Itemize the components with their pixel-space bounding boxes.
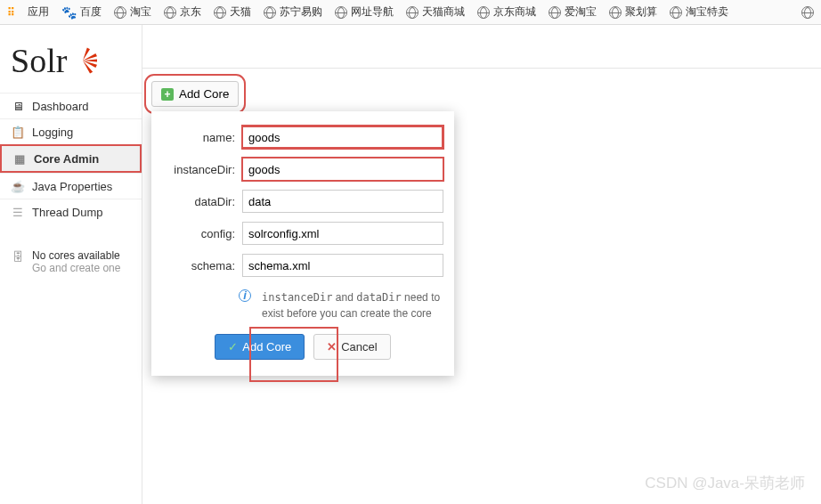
bookmark-suning[interactable]: 苏宁易购: [264, 4, 322, 20]
cancel-button[interactable]: ✕ Cancel: [313, 334, 390, 360]
watermark: CSDN @Java-呆萌老师: [645, 473, 805, 493]
bookmark-tmall[interactable]: 天猫: [214, 4, 251, 20]
schema-label: schema:: [162, 259, 242, 272]
bookmark-aitaobao[interactable]: 爱淘宝: [549, 4, 597, 20]
globe-icon: [609, 6, 622, 19]
bookmark-temai[interactable]: 淘宝特卖: [670, 4, 728, 20]
sidebar-item-logging[interactable]: 📋 Logging: [0, 118, 142, 144]
sidebar-item-label: Dashboard: [32, 100, 89, 113]
bookmark-jd[interactable]: 京东: [164, 4, 201, 20]
add-core-label: Add Core: [179, 87, 229, 101]
globe-icon: [670, 6, 682, 19]
apps-label: 应用: [28, 4, 49, 20]
database-icon: 🗄: [11, 249, 25, 264]
bookmark-baidu[interactable]: 🐾百度: [61, 4, 102, 20]
bookmark-nav[interactable]: 网址导航: [335, 4, 394, 20]
info-message: i instanceDir and dataDir need to exist …: [80, 286, 443, 334]
bookmark-taobao[interactable]: 淘宝: [114, 4, 151, 20]
bookmarks-bar: ⠿ 应用 🐾百度 淘宝 京东 天猫 苏宁易购 网址导航 天猫商城 京东商城 爱淘…: [0, 0, 821, 25]
bookmark-tmall-mall[interactable]: 天猫商城: [406, 4, 465, 20]
cancel-label: Cancel: [341, 340, 377, 354]
bookmark-jd-mall[interactable]: 京东商城: [477, 4, 536, 20]
name-label: name:: [162, 131, 242, 144]
info-icon: i: [239, 289, 251, 302]
globe-icon: [801, 6, 814, 19]
schema-input[interactable]: [242, 254, 443, 277]
sidebar-item-label: Logging: [32, 126, 73, 139]
globe-icon: [477, 6, 490, 19]
logo-text: Solr: [11, 41, 67, 80]
submit-add-core-button[interactable]: ✓ Add Core: [215, 334, 305, 360]
no-cores-title: No cores available: [32, 249, 120, 262]
sidebar-item-label: Thread Dump: [32, 206, 102, 219]
sidebar-item-thread-dump[interactable]: ☰ Thread Dump: [0, 199, 142, 224]
name-input[interactable]: [242, 126, 443, 149]
java-icon: ☕: [11, 179, 25, 193]
x-icon: ✕: [327, 340, 337, 354]
datadir-label: dataDir:: [162, 195, 242, 208]
instancedir-input[interactable]: [242, 158, 443, 181]
globe-icon: [214, 6, 226, 19]
sidebar-item-label: Java Properties: [32, 180, 112, 193]
check-icon: ✓: [228, 340, 238, 354]
content-area: + Add Core name: instanceDir: dataDir: c…: [142, 68, 821, 504]
logging-icon: 📋: [11, 125, 25, 139]
sidebar-item-label: Core Admin: [34, 152, 99, 166]
sidebar: Solr 🖥 Dashboard 📋 Logging ▦ Core Admin …: [0, 25, 142, 504]
core-admin-icon: ▦: [12, 151, 27, 166]
globe-icon: [335, 6, 347, 19]
no-cores-notice: 🗄 No cores available Go and create one: [0, 240, 142, 283]
config-label: config:: [162, 227, 242, 240]
globe-icon: [549, 6, 561, 19]
sidebar-item-dashboard[interactable]: 🖥 Dashboard: [0, 93, 142, 118]
submit-label: Add Core: [242, 340, 291, 354]
paw-icon: 🐾: [61, 5, 77, 20]
dashboard-icon: 🖥: [11, 99, 25, 113]
add-core-dialog: name: instanceDir: dataDir: config: sche…: [151, 111, 454, 376]
globe-icon: [406, 6, 419, 19]
thread-icon: ☰: [11, 205, 25, 219]
bookmark-juhuasuan[interactable]: 聚划算: [609, 4, 657, 20]
instancedir-label: instanceDir:: [162, 163, 242, 176]
sidebar-item-core-admin[interactable]: ▦ Core Admin: [0, 144, 142, 173]
globe-icon: [114, 6, 126, 19]
no-cores-subtitle[interactable]: Go and create one: [32, 262, 120, 274]
solr-burst-icon: [69, 46, 97, 75]
apps-icon: ⠿: [7, 6, 15, 19]
plus-icon: +: [161, 88, 174, 101]
solr-logo: Solr: [0, 32, 142, 93]
globe-icon: [164, 6, 176, 19]
config-input[interactable]: [242, 222, 443, 245]
globe-icon: [264, 6, 276, 19]
datadir-input[interactable]: [242, 190, 443, 213]
sidebar-item-java-properties[interactable]: ☕ Java Properties: [0, 173, 142, 199]
add-core-button[interactable]: + Add Core: [151, 81, 239, 107]
